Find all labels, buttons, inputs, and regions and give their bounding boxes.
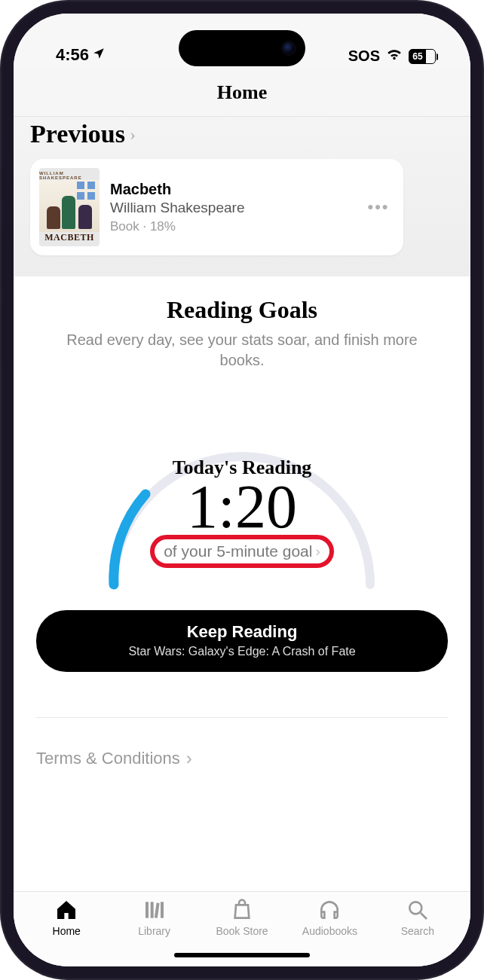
svg-point-4 [409,902,421,914]
tab-search[interactable]: Search [374,898,461,966]
previous-label: Previous [30,120,125,148]
chevron-right-icon: › [130,124,136,145]
search-icon [405,898,430,922]
goals-title: Reading Goals [167,296,317,324]
keep-reading-label: Keep Reading [51,622,433,642]
svg-rect-0 [146,902,149,917]
wifi-icon [386,47,403,65]
battery-icon: 65 [409,49,436,64]
chevron-right-icon: › [186,748,192,769]
goals-subtitle: Read every day, see your stats soar, and… [61,330,423,371]
home-icon [54,898,79,922]
cover-top-text: WILLIAM SHAKESPEARE [39,171,100,180]
bag-icon [229,898,255,922]
location-icon [92,45,106,65]
cover-bottom-text: MACBETH [44,232,94,243]
tab-label: Audiobooks [302,925,357,937]
svg-rect-3 [161,902,164,917]
tab-label: Library [138,925,170,937]
device-frame: 4:56 SOS 65 Home Previous › [0,0,484,980]
tab-home[interactable]: Home [23,898,110,966]
home-indicator[interactable] [174,953,310,957]
svg-rect-2 [154,902,159,917]
more-icon[interactable]: ••• [360,197,397,217]
dynamic-island [179,30,305,66]
library-icon [142,898,167,922]
svg-rect-1 [150,902,153,917]
book-author: William Shakespeare [110,200,349,216]
reading-gauge: Today's Reading 1:20 of your 5-minute go… [84,404,400,592]
previous-section: Previous › WILLIAM SHAKESPEARE MACBETH M… [14,117,470,276]
page-title: Home [14,68,470,117]
tab-label: Search [401,925,434,937]
terms-label: Terms & Conditions [36,749,180,768]
terms-link[interactable]: Terms & Conditions › [36,748,192,769]
reading-goals-section: Reading Goals Read every day, see your s… [14,276,470,891]
tab-label: Home [53,925,81,937]
keep-reading-button[interactable]: Keep Reading Star Wars: Galaxy's Edge: A… [36,610,448,672]
annotation-highlight [150,535,334,568]
previous-header[interactable]: Previous › [30,120,454,148]
screen: 4:56 SOS 65 Home Previous › [14,14,470,966]
book-subline: Book · 18% [110,219,349,234]
sos-indicator: SOS [348,47,380,65]
previous-book-card[interactable]: WILLIAM SHAKESPEARE MACBETH Macbeth Will… [30,159,403,255]
book-title: Macbeth [110,181,349,198]
reading-time-value: 1:20 [84,476,400,538]
svg-line-5 [421,913,427,919]
tab-label: Book Store [216,925,268,937]
battery-level: 65 [409,50,426,63]
status-time: 4:56 [56,45,89,65]
front-camera [283,42,295,54]
divider [36,717,448,718]
goal-link[interactable]: of your 5-minute goal › [153,539,331,563]
keep-reading-sub: Star Wars: Galaxy's Edge: A Crash of Fat… [51,645,433,658]
headphones-icon [317,898,342,922]
book-cover: WILLIAM SHAKESPEARE MACBETH [39,168,100,246]
